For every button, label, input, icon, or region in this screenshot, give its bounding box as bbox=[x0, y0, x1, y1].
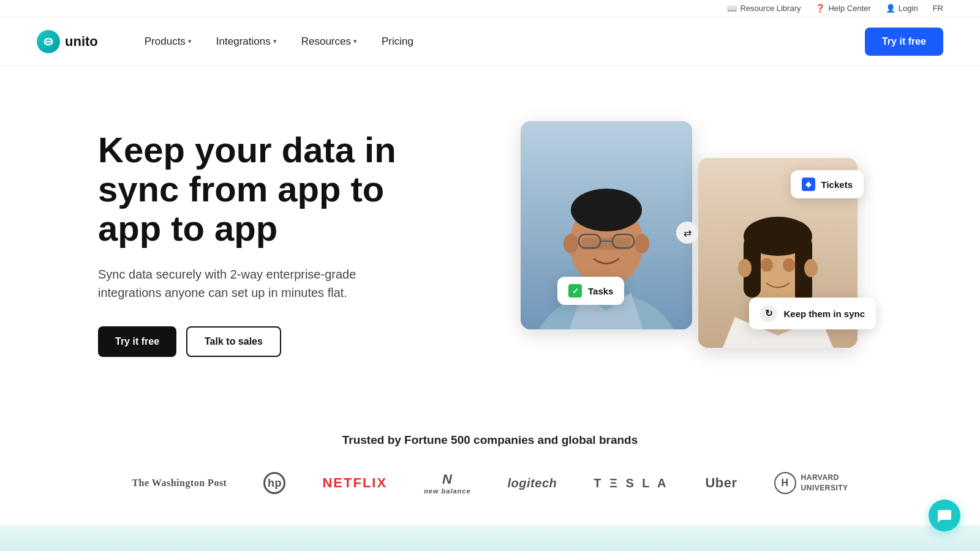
resource-library-link[interactable]: 📖 Resource Library bbox=[727, 4, 801, 13]
logo-link[interactable]: unito bbox=[37, 30, 98, 53]
chevron-down-icon: ▾ bbox=[188, 37, 192, 45]
help-center-link[interactable]: ❓ Help Center bbox=[815, 4, 870, 13]
hero-title: Keep your data in sync from app to app t… bbox=[98, 130, 453, 247]
tickets-icon: ◆ bbox=[802, 178, 815, 191]
sync-arrows-icon: ⇄ bbox=[676, 222, 698, 244]
top-bar: 📖 Resource Library ❓ Help Center 👤 Login… bbox=[0, 0, 980, 17]
brand-hp: hp bbox=[263, 472, 285, 494]
hero-visual: ⇄ ✓ Tasks ◆ Tickets ↻ Keep them in sync bbox=[453, 109, 943, 378]
sync-icon: ↻ bbox=[760, 305, 777, 322]
svg-point-18 bbox=[738, 259, 752, 277]
book-icon: 📖 bbox=[727, 4, 737, 13]
nav-integrations[interactable]: Integrations ▾ bbox=[206, 31, 287, 53]
hero-buttons: Try it free Talk to sales bbox=[98, 326, 453, 357]
svg-point-21 bbox=[783, 258, 795, 272]
bottom-teal-bar bbox=[0, 525, 980, 551]
tasks-label: Tasks bbox=[588, 286, 613, 296]
resource-library-label: Resource Library bbox=[740, 4, 801, 13]
nav-resources[interactable]: Resources ▾ bbox=[292, 31, 367, 53]
tasks-badge[interactable]: ✓ Tasks bbox=[557, 277, 624, 305]
nav-try-free-button[interactable]: Try it free bbox=[865, 28, 943, 56]
nav-pricing[interactable]: Pricing bbox=[372, 31, 423, 53]
nav-products[interactable]: Products ▾ bbox=[135, 31, 202, 53]
logo-text: unito bbox=[65, 34, 98, 50]
chevron-down-icon: ▾ bbox=[353, 37, 357, 45]
help-center-label: Help Center bbox=[828, 4, 870, 13]
svg-point-19 bbox=[804, 259, 818, 277]
brand-newbalance: N new balance bbox=[424, 471, 470, 495]
trusted-title: Trusted by Fortune 500 companies and glo… bbox=[37, 433, 943, 447]
svg-point-5 bbox=[564, 234, 578, 253]
brand-uber: Uber bbox=[705, 475, 737, 491]
hero-image-container: ⇄ ✓ Tasks ◆ Tickets ↻ Keep them in sync bbox=[521, 121, 876, 366]
brand-logitech: logitech bbox=[508, 476, 557, 490]
svg-point-4 bbox=[571, 189, 642, 231]
hero-section: Keep your data in sync from app to app t… bbox=[0, 66, 980, 409]
brand-logos: The Washington Post hp NETFLIX N new bal… bbox=[37, 471, 943, 495]
navbar: unito Products ▾ Integrations ▾ Resource… bbox=[0, 17, 980, 66]
sync-label: Keep them in sync bbox=[783, 309, 865, 319]
nav-links: Products ▾ Integrations ▾ Resources ▾ Pr… bbox=[135, 31, 865, 53]
hero-subtitle: Sync data securely with 2-way enterprise… bbox=[98, 265, 368, 302]
language-label: FR bbox=[933, 4, 943, 13]
user-icon: 👤 bbox=[886, 4, 895, 13]
help-icon: ❓ bbox=[815, 4, 825, 13]
language-switcher[interactable]: FR bbox=[933, 4, 943, 13]
svg-point-6 bbox=[635, 234, 649, 253]
hero-content: Keep your data in sync from app to app t… bbox=[98, 130, 453, 356]
logo-icon bbox=[37, 30, 60, 53]
login-link[interactable]: 👤 Login bbox=[886, 4, 918, 13]
brand-tesla: T Ξ S L A bbox=[594, 476, 668, 490]
login-label: Login bbox=[899, 4, 918, 13]
svg-point-20 bbox=[761, 258, 773, 272]
tasks-icon: ✓ bbox=[568, 284, 582, 298]
hero-talk-sales-button[interactable]: Talk to sales bbox=[186, 326, 281, 357]
chevron-down-icon: ▾ bbox=[273, 37, 277, 45]
chat-widget-button[interactable] bbox=[929, 500, 960, 531]
brand-washington-post: The Washington Post bbox=[132, 478, 227, 489]
keep-in-sync-badge[interactable]: ↻ Keep them in sync bbox=[749, 298, 876, 329]
tickets-label: Tickets bbox=[821, 179, 853, 190]
hero-try-free-button[interactable]: Try it free bbox=[98, 326, 176, 357]
tickets-badge[interactable]: ◆ Tickets bbox=[791, 170, 864, 198]
brand-harvard: H HARVARDUNIVERSITY bbox=[774, 472, 848, 494]
brand-netflix: NETFLIX bbox=[322, 475, 387, 491]
trusted-section: Trusted by Fortune 500 companies and glo… bbox=[0, 409, 980, 525]
